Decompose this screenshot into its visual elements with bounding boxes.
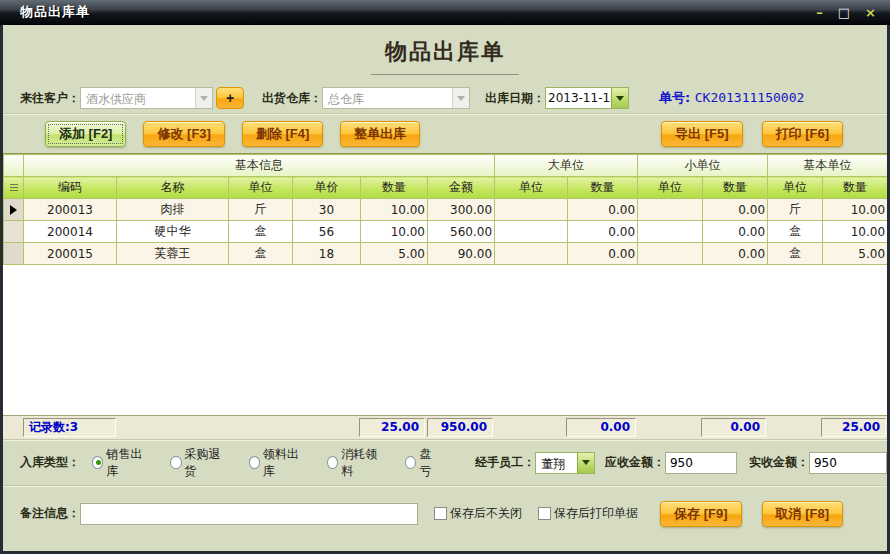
close-icon[interactable]: × bbox=[865, 6, 876, 19]
group-big-unit: 大单位 bbox=[495, 155, 638, 177]
cell-code: 200014 bbox=[24, 221, 117, 243]
col-qty[interactable]: 数量 bbox=[361, 177, 428, 199]
cell-qty: 10.00 bbox=[361, 221, 428, 243]
table-row[interactable]: 200014 硬中华 盒 56 10.00 560.00 0.00 0.00 盒… bbox=[4, 221, 888, 243]
footer-buttons: 保存 [F9] 取消 [F8] bbox=[660, 501, 843, 527]
col-base-qty[interactable]: 数量 bbox=[823, 177, 887, 199]
row-selector-cell bbox=[4, 199, 24, 221]
cell-price: 30 bbox=[293, 199, 361, 221]
cell-base-unit: 盒 bbox=[768, 243, 823, 265]
print-button[interactable]: 打印 [F6] bbox=[762, 121, 843, 147]
title-bar: 物品出库单 – □ × bbox=[0, 0, 890, 25]
column-header-row: 编码 名称 单位 单价 数量 金额 单位 数量 单位 数量 单位 数量 bbox=[4, 177, 888, 199]
window-controls: – □ × bbox=[816, 6, 890, 19]
receivable-label: 应收金额： bbox=[605, 454, 665, 471]
table-row[interactable]: 200013 肉排 斤 30 10.00 300.00 0.00 0.00 斤 … bbox=[4, 199, 888, 221]
big-qty-total: 0.00 bbox=[566, 418, 636, 437]
radio-consume-material[interactable]: 消耗领料 bbox=[327, 446, 381, 480]
radio-sales-out[interactable]: 销售出库 bbox=[92, 446, 146, 480]
col-big-qty[interactable]: 数量 bbox=[568, 177, 638, 199]
checkbox-icon[interactable] bbox=[434, 507, 447, 520]
cell-base-qty: 5.00 bbox=[823, 243, 887, 265]
cell-qty: 10.00 bbox=[361, 199, 428, 221]
cell-unit: 盒 bbox=[229, 243, 293, 265]
radio-purchase-return[interactable]: 采购退货 bbox=[170, 446, 224, 480]
add-button[interactable]: 添加 [F2] bbox=[45, 121, 126, 147]
group-base-unit: 基本单位 bbox=[768, 155, 887, 177]
cell-qty: 5.00 bbox=[361, 243, 428, 265]
checkbox-label: 保存后打印单据 bbox=[554, 505, 638, 522]
delete-button[interactable]: 删除 [F4] bbox=[242, 121, 323, 147]
cell-base-unit: 盒 bbox=[768, 221, 823, 243]
small-qty-total: 0.00 bbox=[701, 418, 766, 437]
remarks-label: 备注信息： bbox=[20, 505, 80, 522]
checkbox-icon[interactable] bbox=[538, 507, 551, 520]
radio-material-out[interactable]: 领料出库 bbox=[249, 446, 303, 480]
qty-total: 25.00 bbox=[359, 418, 425, 437]
selector-group-cell bbox=[4, 155, 24, 177]
col-name[interactable]: 名称 bbox=[117, 177, 229, 199]
cell-amount: 300.00 bbox=[428, 199, 495, 221]
page-title-wrap: 物品出库单 bbox=[3, 25, 887, 83]
window-content: 物品出库单 来往客户： 酒水供应商 + 出货仓库： 总仓库 出库日期： 2013… bbox=[3, 25, 887, 551]
date-picker[interactable]: 2013-11-15 bbox=[545, 87, 629, 109]
add-customer-button[interactable]: + bbox=[216, 87, 244, 109]
cell-base-qty: 10.00 bbox=[823, 199, 887, 221]
remarks-input[interactable] bbox=[80, 503, 418, 525]
minimize-icon[interactable]: – bbox=[816, 6, 823, 19]
employee-label: 经手员工： bbox=[475, 454, 535, 471]
employee-select[interactable]: 董翔 bbox=[535, 452, 595, 474]
radio-label: 盘亏 bbox=[419, 446, 439, 480]
checkbox-print-after-save[interactable]: 保存后打印单据 bbox=[538, 505, 638, 522]
receivable-input[interactable] bbox=[665, 452, 737, 474]
col-amount[interactable]: 金额 bbox=[428, 177, 495, 199]
cell-unit: 斤 bbox=[229, 199, 293, 221]
col-base-unit[interactable]: 单位 bbox=[768, 177, 823, 199]
export-button[interactable]: 导出 [F5] bbox=[661, 121, 742, 147]
radio-icon[interactable] bbox=[327, 456, 338, 469]
chevron-down-icon[interactable] bbox=[577, 453, 594, 473]
radio-label: 消耗领料 bbox=[341, 446, 381, 480]
col-price[interactable]: 单价 bbox=[293, 177, 361, 199]
chevron-down-icon[interactable] bbox=[195, 88, 212, 108]
maximize-icon[interactable]: □ bbox=[838, 6, 850, 19]
received-label: 实收金额： bbox=[749, 454, 809, 471]
cell-small-unit bbox=[638, 199, 703, 221]
items-table: 基本信息 大单位 小单位 基本单位 编码 名称 单位 单价 数量 金额 单位 数… bbox=[3, 154, 887, 265]
radio-inventory-loss[interactable]: 盘亏 bbox=[405, 446, 439, 480]
group-basic-info: 基本信息 bbox=[24, 155, 495, 177]
cell-big-qty: 0.00 bbox=[568, 243, 638, 265]
save-button[interactable]: 保存 [F9] bbox=[660, 501, 741, 527]
order-number-label: 单号: bbox=[659, 90, 690, 105]
col-code[interactable]: 编码 bbox=[24, 177, 117, 199]
cell-big-unit bbox=[495, 221, 568, 243]
received-input[interactable] bbox=[809, 452, 887, 474]
cell-small-unit bbox=[638, 221, 703, 243]
order-number-value: CK201311150002 bbox=[695, 90, 805, 105]
radio-icon[interactable] bbox=[249, 456, 260, 469]
cell-price: 18 bbox=[293, 243, 361, 265]
cell-base-unit: 斤 bbox=[768, 199, 823, 221]
table-row[interactable]: 200015 芙蓉王 盒 18 5.00 90.00 0.00 0.00 盒 5… bbox=[4, 243, 888, 265]
whole-order-out-button[interactable]: 整单出库 bbox=[340, 121, 420, 147]
radio-icon[interactable] bbox=[92, 456, 103, 469]
cancel-button[interactable]: 取消 [F8] bbox=[762, 501, 843, 527]
col-big-unit[interactable]: 单位 bbox=[495, 177, 568, 199]
modify-button[interactable]: 修改 [F3] bbox=[143, 121, 224, 147]
toolbar: 添加 [F2] 修改 [F3] 删除 [F4] 整单出库 导出 [F5] 打印 … bbox=[3, 113, 887, 153]
checkbox-no-close-after-save[interactable]: 保存后不关闭 bbox=[434, 505, 522, 522]
radio-label: 采购退货 bbox=[185, 446, 225, 480]
customer-select[interactable]: 酒水供应商 bbox=[80, 87, 213, 109]
chevron-down-icon[interactable] bbox=[452, 88, 469, 108]
col-small-unit[interactable]: 单位 bbox=[638, 177, 703, 199]
col-unit[interactable]: 单位 bbox=[229, 177, 293, 199]
col-small-qty[interactable]: 数量 bbox=[703, 177, 768, 199]
cell-unit: 盒 bbox=[229, 221, 293, 243]
current-row-arrow-icon bbox=[10, 205, 17, 215]
warehouse-select[interactable]: 总仓库 bbox=[322, 87, 470, 109]
outbound-type-label: 入库类型： bbox=[20, 454, 80, 471]
date-value: 2013-11-15 bbox=[546, 88, 611, 108]
radio-icon[interactable] bbox=[170, 456, 181, 469]
chevron-down-icon[interactable] bbox=[611, 88, 628, 108]
radio-icon[interactable] bbox=[405, 456, 416, 469]
